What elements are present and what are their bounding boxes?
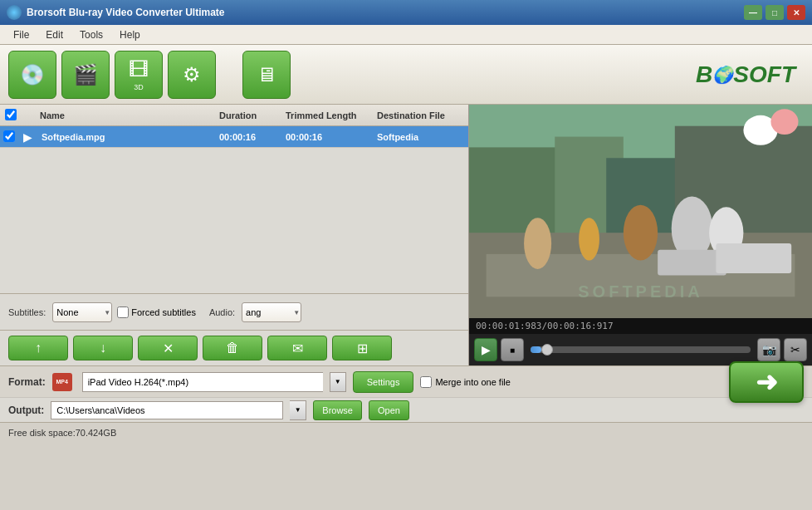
screenshot-button[interactable]: 📷 (757, 338, 780, 361)
merge-label: Merge into one file (435, 377, 511, 387)
audio-dropdown[interactable]: ang (242, 302, 301, 322)
output-row: Output: ▼ Browse Open (0, 397, 812, 422)
status-bar: Free disk space:70.424GB (0, 422, 812, 442)
video-frame (469, 105, 812, 318)
convert-button-area: ➜ (729, 361, 804, 403)
file-name: Softpedia.mpg (42, 132, 219, 142)
close-button[interactable]: ✕ (787, 5, 805, 20)
convert-button[interactable]: ➜ (729, 361, 804, 403)
settings-button[interactable]: ⚙ (168, 51, 216, 99)
menu-edit[interactable]: Edit (37, 27, 71, 42)
move-up-button[interactable]: ↑ (8, 336, 68, 360)
add-file-button[interactable]: 🎬 (61, 51, 110, 99)
select-all-checkbox[interactable] (5, 109, 17, 120)
menu-bar: File Edit Tools Help (0, 25, 812, 45)
play-button[interactable]: ▶ (474, 338, 497, 361)
file-duration: 00:00:16 (219, 132, 286, 142)
monitor-icon: 🖥 (257, 63, 276, 86)
seek-bar-fill (531, 346, 541, 353)
svg-point-8 (579, 218, 599, 260)
merge-checkbox[interactable] (420, 376, 432, 388)
merge-icon: ⊞ (357, 341, 368, 356)
svg-point-15 (770, 109, 798, 135)
audio-dropdown-wrap: ang ▼ (242, 302, 301, 322)
app-title: Brorsoft Blu-ray Video Converter Ultimat… (27, 7, 225, 18)
format-type-icon: MP4 (52, 373, 72, 391)
header-name: Name (23, 110, 219, 120)
subtitles-dropdown[interactable]: None (52, 302, 112, 322)
move-down-button[interactable]: ↓ (73, 336, 133, 360)
disk-space-text: Free disk space:70.424GB (8, 428, 116, 438)
remove-button[interactable]: ✕ (138, 336, 198, 360)
gear-icon: ⚙ (183, 63, 201, 86)
clip-button[interactable]: ✂ (784, 338, 807, 361)
forced-subtitles-checkbox[interactable] (117, 306, 129, 318)
row-checkbox[interactable] (3, 130, 15, 142)
play-icon: ▶ (482, 343, 491, 356)
3d-label: 3D (134, 83, 144, 91)
film-3d-icon: 🎞 (129, 58, 149, 81)
delete-button[interactable]: 🗑 (203, 336, 262, 360)
format-dropdown-button[interactable]: ▼ (330, 372, 346, 392)
subtitles-label: Subtitles: (8, 307, 46, 317)
window-controls: — □ ✕ (744, 5, 805, 20)
title-bar: Brorsoft Blu-ray Video Converter Ultimat… (0, 0, 812, 25)
table-row[interactable]: ▶ Softpedia.mpg 00:00:16 00:00:16 Softpe… (0, 126, 468, 148)
menu-help[interactable]: Help (111, 27, 149, 42)
svg-point-7 (524, 218, 551, 269)
format-label: Format: (8, 376, 46, 388)
svg-point-9 (624, 205, 658, 261)
camera-icon: 📷 (762, 343, 776, 356)
file-list-body: ▶ Softpedia.mpg 00:00:16 00:00:16 Softpe… (0, 126, 468, 293)
down-arrow-icon: ↓ (100, 341, 106, 356)
remove-icon: ✕ (163, 341, 174, 356)
preview-button[interactable]: 🖥 (242, 51, 291, 99)
format-input[interactable] (82, 372, 323, 392)
video-preview: SOFTPEDIA (469, 105, 812, 318)
subtitles-dropdown-wrap: None ▼ (52, 302, 112, 322)
open-button[interactable]: Open (369, 400, 409, 420)
format-row: Format: MP4 ▼ Settings Merge into one fi… (0, 365, 812, 397)
merge-clips-button[interactable]: ⊞ (332, 336, 392, 360)
video-preview-panel: SOFTPEDIA 00:00:01:983/00:00:16:917 ▶ ■ … (469, 105, 812, 365)
forced-subtitles-label: Forced subtitles (131, 307, 196, 317)
trash-icon: 🗑 (226, 341, 239, 356)
add-3d-button[interactable]: 🎞 3D (115, 51, 163, 99)
toolbar: 💿 🎬 🎞 3D ⚙ 🖥 B 🌍 SOFT (0, 45, 812, 105)
forced-subtitles-check: Forced subtitles (117, 306, 196, 318)
output-dropdown-button[interactable]: ▼ (290, 400, 306, 420)
settings-button[interactable]: Settings (353, 371, 414, 393)
edit-icon: ✉ (292, 341, 303, 356)
row-checkbox-wrap (0, 130, 23, 144)
logo: B 🌍 SOFT (696, 61, 795, 88)
film-icon: 🎬 (73, 63, 98, 86)
seek-bar[interactable] (531, 346, 751, 353)
svg-rect-13 (716, 243, 791, 273)
up-arrow-icon: ↑ (35, 341, 42, 356)
add-disc-button[interactable]: 💿 (8, 51, 56, 99)
header-trimmed-length: Trimmed Length (286, 110, 377, 120)
minimize-button[interactable]: — (744, 5, 762, 20)
maximize-button[interactable]: □ (766, 5, 784, 20)
action-buttons-row: ↑ ↓ ✕ 🗑 ✉ ⊞ (0, 330, 468, 365)
stop-icon: ■ (510, 346, 515, 355)
header-check (0, 109, 23, 122)
subtitle-audio-row: Subtitles: None ▼ Forced subtitles Audio… (0, 293, 468, 330)
disc-icon: 💿 (20, 63, 45, 86)
audio-label: Audio: (209, 307, 235, 317)
menu-file[interactable]: File (5, 27, 37, 42)
browse-button[interactable]: Browse (313, 400, 362, 420)
menu-tools[interactable]: Tools (71, 27, 111, 42)
clip-icon: ✂ (790, 343, 800, 356)
main-content: Name Duration Trimmed Length Destination… (0, 105, 812, 365)
file-destination: Softpedia (377, 132, 468, 142)
header-destination: Destination File (377, 110, 468, 120)
file-list-header: Name Duration Trimmed Length Destination… (0, 105, 468, 126)
edit-button[interactable]: ✉ (267, 336, 327, 360)
output-label: Output: (8, 405, 44, 416)
timecode-display: 00:00:01:983/00:00:16:917 (469, 318, 812, 334)
seek-handle[interactable] (541, 344, 553, 356)
output-path-input[interactable] (51, 401, 283, 419)
merge-checkbox-wrap: Merge into one file (420, 376, 511, 388)
stop-button[interactable]: ■ (501, 338, 524, 361)
